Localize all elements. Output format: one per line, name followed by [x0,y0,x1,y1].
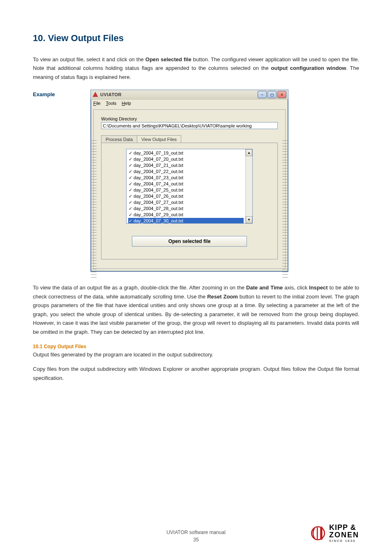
logo-icon [309,525,327,542]
list-item[interactable]: ✓ day_2004_07_30_out.txt [128,218,244,223]
maximize-button[interactable]: ◻ [267,91,277,98]
svg-marker-0 [93,92,98,97]
working-dir-label: Working Directory [101,116,278,121]
sub-paragraph-2: Copy files from the output subdirectory … [33,365,359,382]
list-item[interactable]: ✓ day_2004_07_29_out.txt [128,212,244,218]
tab-panel: ✓ day_2004_07_19_out.txt✓ day_2004_07_20… [101,143,278,259]
list-item[interactable]: ✓ day_2004_07_19_out.txt [128,150,244,156]
decor-left [91,139,97,278]
open-selected-file-ref: Open selected file [145,56,191,62]
list-item[interactable]: ✓ day_2004_07_22_out.txt [128,169,244,175]
client-area: Working Directory Process Data View Outp… [93,109,286,269]
titlebar: UVIATOR – ◻ × [91,90,288,99]
menu-file[interactable]: File [93,101,101,106]
list-item[interactable]: ✓ day_2004_07_27_out.txt [128,199,244,206]
working-dir-input[interactable] [101,122,278,129]
decor-right [282,139,288,278]
graph-paragraph: To view the data of an output file as a … [33,283,359,336]
reset-zoom-ref: Reset Zoom [207,294,238,300]
logo-line-3: SINCE 1830 [329,539,359,543]
scroll-up-button[interactable]: ▲ [246,149,252,156]
text: axis, click [283,284,309,291]
svg-rect-2 [320,527,322,540]
inspect-ref: Inspect [309,284,328,291]
menu-tools[interactable]: Tools [106,101,117,106]
menubar: File Tools Help [91,99,288,107]
open-selected-file-button[interactable]: Open selected file [132,236,247,247]
list-item[interactable]: ✓ day_2004_07_20_out.txt [128,156,244,162]
kipp-zonen-logo: KIPP & ZONEN SINCE 1830 [309,524,359,543]
footer: UVIATOR software manual 35 KIPP & ZONEN … [33,530,359,543]
output-config-window-ref: output configuration window [271,65,346,71]
tab-view-output-files[interactable]: View Output Files [137,135,181,143]
scrollbar[interactable]: ▲ ▼ [245,149,252,223]
text: To view an output file, select it and cl… [33,56,145,62]
list-item[interactable]: ✓ day_2004_07_26_out.txt [128,193,244,199]
date-time-ref: Date and Time [246,284,283,291]
app-title: UVIATOR [100,92,122,97]
list-item[interactable]: ✓ day_2004_07_21_out.txt [128,162,244,169]
example-label: Example [33,90,90,97]
text: To view the data of an output file as a … [33,284,246,291]
list-item[interactable]: ✓ day_2004_07_23_out.txt [128,175,244,181]
list-item[interactable]: ✓ day_2004_07_24_out.txt [128,181,244,187]
list-item[interactable]: ✓ day_2004_07_25_out.txt [128,187,244,193]
file-listbox[interactable]: ✓ day_2004_07_19_out.txt✓ day_2004_07_20… [126,149,253,224]
scroll-down-button[interactable]: ▼ [246,216,252,223]
section-heading: 10. View Output Files [33,33,359,44]
sub-paragraph-1: Output files generated by the program ar… [33,350,359,359]
tabs: Process Data View Output Files [101,135,278,143]
tab-process-data[interactable]: Process Data [101,135,137,143]
close-button[interactable]: × [277,91,286,98]
logo-line-1: KIPP & [329,524,359,531]
minimize-button[interactable]: – [258,91,267,98]
list-item[interactable]: ✓ day_2004_07_28_out.txt [128,206,244,212]
intro-paragraph: To view an output file, select it and cl… [33,55,359,81]
app-icon [92,92,98,97]
menu-help[interactable]: Help [122,101,131,106]
logo-line-2: ZONEN [329,531,359,539]
scroll-track[interactable] [246,156,252,216]
subsection-heading: 10.1 Copy Output Files [33,344,359,349]
uviator-window: UVIATOR – ◻ × File Tools Help [90,90,288,272]
